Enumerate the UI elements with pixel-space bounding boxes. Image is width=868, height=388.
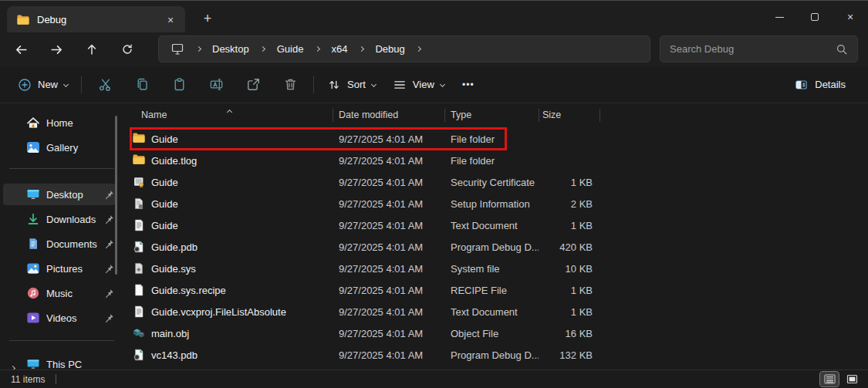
explorer-tab[interactable]: Debug ×: [7, 6, 185, 33]
view-lines-icon: [393, 78, 407, 92]
forward-button[interactable]: [45, 38, 68, 61]
file-row-vc143-pdb[interactable]: vc143.pdb 9/27/2025 4:01 AM Program Debu…: [123, 344, 868, 366]
breadcrumb-debug[interactable]: Debug: [366, 39, 413, 59]
up-icon: [85, 42, 99, 56]
search-input[interactable]: [670, 43, 824, 55]
file-row-guide-recipe[interactable]: Guide.sys.recipe 9/27/2025 4:01 AM RECIP…: [123, 279, 868, 301]
new-button[interactable]: New: [9, 72, 76, 98]
videos-icon: [26, 312, 40, 324]
file-row-guide-cert[interactable]: Guide 9/27/2025 4:01 AM Security Certifi…: [123, 171, 868, 193]
navigation-bar: Desktop Guide x64 Debug: [0, 32, 868, 66]
sidebar-item-pictures[interactable]: Pictures: [3, 258, 116, 279]
file-row-main-obj[interactable]: main.obj 9/27/2025 4:01 AM Object File 1…: [123, 322, 868, 344]
column-header-size[interactable]: Size: [539, 103, 599, 127]
file-row-guide-folder[interactable]: Guide 9/27/2025 4:01 AM File folder: [123, 128, 868, 150]
file-date: 9/27/2025 4:01 AM: [333, 133, 444, 145]
sidebar-item-music[interactable]: Music: [3, 282, 116, 304]
file-date: 9/27/2025 4:01 AM: [333, 349, 444, 361]
file-row-guide-txt[interactable]: Guide 9/27/2025 4:01 AM Text Document 1 …: [123, 214, 868, 236]
column-header-date-modified[interactable]: Date modified: [333, 103, 444, 127]
share-button[interactable]: [235, 72, 272, 98]
column-divider[interactable]: [333, 109, 333, 122]
file-list: Name Date modified Type Size Guide 9/27/…: [123, 103, 868, 388]
column-divider[interactable]: [444, 109, 445, 122]
sidebar-item-label: Videos: [46, 312, 98, 324]
breadcrumb-this-pc[interactable]: [162, 39, 193, 59]
sidebar-item-desktop[interactable]: Desktop: [3, 184, 116, 205]
details-view-button[interactable]: [820, 372, 839, 386]
copy-button[interactable]: [123, 72, 160, 98]
column-header-type[interactable]: Type: [444, 103, 539, 127]
file-date: 9/27/2025 4:01 AM: [333, 241, 444, 253]
sort-arrows-icon: [327, 78, 341, 92]
column-divider[interactable]: [539, 109, 539, 122]
details-pane-button[interactable]: Details: [785, 72, 854, 98]
sidebar-item-home[interactable]: Home: [3, 112, 116, 133]
cut-button[interactable]: [86, 72, 123, 98]
view-button[interactable]: View: [384, 72, 453, 98]
breadcrumb-chevron[interactable]: [414, 39, 424, 59]
view-button-label: View: [413, 79, 434, 90]
sidebar-item-label: Downloads: [46, 214, 98, 225]
file-row-guide-sys[interactable]: Guide.sys 9/27/2025 4:01 AM System file …: [123, 258, 868, 279]
up-button[interactable]: [80, 38, 103, 61]
sidebar-item-label: Documents: [46, 238, 98, 250]
sidebar-separator: [9, 168, 114, 169]
file-size: 1 KB: [539, 220, 599, 231]
breadcrumb-chevron[interactable]: [356, 39, 366, 59]
file-explorer-window: Debug × + × Desktop Guide x64 Debug: [0, 0, 868, 388]
file-row-guide-inf[interactable]: Guide 9/27/2025 4:01 AM Setup Informatio…: [123, 193, 868, 214]
sidebar-item-downloads[interactable]: Downloads: [3, 208, 116, 230]
rename-button[interactable]: [198, 72, 235, 98]
new-tab-button[interactable]: +: [198, 8, 218, 29]
file-date: 9/27/2025 4:01 AM: [333, 285, 444, 296]
search-icon: [836, 43, 848, 56]
file-size: 1 KB: [539, 306, 599, 318]
tab-close-icon[interactable]: ×: [162, 12, 179, 29]
breadcrumb[interactable]: Desktop Guide x64 Debug: [158, 35, 650, 62]
chevron-right-icon: [315, 46, 320, 52]
delete-button[interactable]: [272, 72, 309, 98]
breadcrumb-chevron[interactable]: [312, 39, 323, 59]
sort-button[interactable]: Sort: [319, 72, 384, 98]
large-icons-view-button[interactable]: [843, 372, 861, 386]
refresh-button[interactable]: [116, 38, 139, 61]
close-button[interactable]: ×: [833, 2, 868, 32]
pin-icon: [104, 239, 114, 249]
sidebar-scrollbar[interactable]: [115, 116, 117, 275]
maximize-icon: [811, 13, 819, 21]
sort-ascending-icon: [228, 106, 231, 116]
home-icon: [26, 116, 40, 129]
back-button[interactable]: [9, 38, 32, 61]
file-name: Guide.vcxproj.FileListAbsolute: [151, 306, 286, 318]
file-type: File folder: [444, 133, 539, 145]
sidebar-item-label: Desktop: [46, 189, 98, 201]
setup-information-icon: [133, 197, 145, 210]
file-size: 2 KB: [539, 198, 599, 210]
see-more-button[interactable]: •••: [453, 72, 484, 98]
breadcrumb-x64[interactable]: x64: [323, 39, 356, 59]
column-divider[interactable]: [599, 109, 600, 122]
file-row-guide-pdb[interactable]: Guide.pdb 9/27/2025 4:01 AM Program Debu…: [123, 236, 868, 258]
breadcrumb-chevron[interactable]: [258, 39, 269, 59]
breadcrumb-desktop[interactable]: Desktop: [204, 39, 258, 59]
paste-button[interactable]: [160, 72, 198, 98]
file-row-filelistabsolute[interactable]: Guide.vcxproj.FileListAbsolute 9/27/2025…: [123, 301, 868, 322]
file-date: 9/27/2025 4:01 AM: [333, 198, 444, 210]
breadcrumb-chevron[interactable]: [193, 39, 204, 59]
minimize-button[interactable]: [762, 2, 797, 32]
file-name: Guide: [151, 198, 178, 210]
pictures-icon: [26, 262, 40, 275]
file-size: 1 KB: [539, 177, 599, 188]
maximize-button[interactable]: [797, 2, 833, 32]
file-date: 9/27/2025 4:01 AM: [333, 155, 444, 167]
breadcrumb-guide[interactable]: Guide: [269, 39, 312, 59]
status-bar: 11 items: [0, 369, 868, 388]
file-name: Guide: [151, 133, 178, 145]
file-row-guide-tlog[interactable]: Guide.tlog 9/27/2025 4:01 AM File folder: [123, 150, 868, 171]
sidebar-item-documents[interactable]: Documents: [3, 233, 116, 255]
command-bar: New Sort View ••• Details: [0, 66, 868, 103]
sidebar-item-videos[interactable]: Videos: [3, 307, 116, 329]
pdb-file-icon: [133, 241, 145, 253]
sidebar-item-gallery[interactable]: Gallery: [3, 137, 116, 158]
